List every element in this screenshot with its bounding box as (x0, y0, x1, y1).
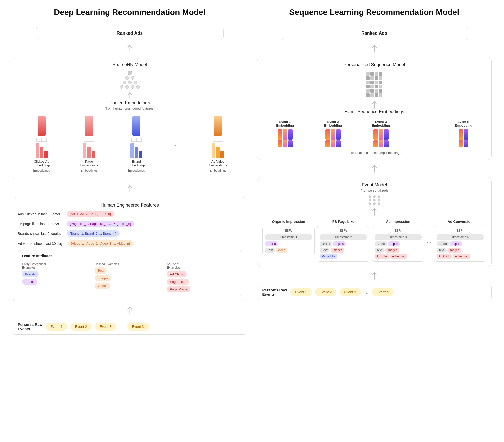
event-col-adimpression: Ad Impression EBF₃ Timestamp 3 Brand Top… (372, 220, 424, 262)
hef-row-ads: Ads Clicked in last 30 days {Ad_1, Ad_2,… (18, 211, 242, 217)
fa-col2-title: Hashed Examples (95, 262, 165, 266)
nn-node (128, 71, 132, 75)
seq-emb-label-n: Event NEmbedding (455, 120, 472, 127)
seq-cell (379, 85, 382, 88)
event-col-organic: Organic Impression EBF₁ Timestamp 1 Topi… (262, 220, 315, 262)
seq-cell (375, 89, 378, 93)
ebf-row-1a: Topics (265, 241, 312, 246)
main-layout: Deep Learning Recommendation Model Ranke… (13, 8, 492, 335)
small-emb-brand (130, 143, 142, 158)
hef-label-page: FB page likes last 30 days (18, 222, 63, 226)
seq-cell (375, 72, 378, 76)
seq-cell (379, 72, 382, 76)
dot (373, 199, 376, 201)
fa-col1-title: Entity/CategoricalExamples (22, 262, 93, 269)
ebf-adimpression: EBF₃ Timestamp 3 Brand Topics Text Image… (372, 226, 424, 262)
ebf-row-2b: Text Images (320, 248, 367, 253)
hef-label-brands: Brands shown last 2 weeks (18, 232, 63, 236)
hef-tag-videos: {Video_1, Video_2, Video_3, ... Video_n} (68, 240, 133, 247)
ebf-ts-3: Timestamp 3 (375, 234, 421, 240)
ebf-row-2c: Page Like (320, 254, 367, 259)
ebf-tag-text-3: Text (375, 248, 384, 253)
ebf-title-4: EBF₄ (437, 229, 483, 232)
right-event-dots: ... (364, 289, 369, 295)
ebf-ts-4: Timestamp n (437, 234, 483, 240)
small-emb-clicked-ad (36, 143, 48, 158)
hef-row-videos: Ad videos shown last 30 days {Video_1, V… (18, 240, 242, 247)
seq-cell (379, 93, 382, 97)
event-model-sub: (non-personalized) (262, 189, 486, 192)
seq-cell (379, 81, 382, 84)
seq-cell (370, 85, 374, 88)
ebf-title-3: EBF₃ (375, 229, 421, 232)
left-event-dots: ... (120, 324, 124, 330)
event-model-box: Event Model (non-personalized) (257, 177, 492, 267)
seq-matrix-area (262, 71, 486, 98)
ebf-tag-text-2: Text (320, 248, 330, 253)
embed-label-clicked-ad: Clicked AdEmbeddings (33, 160, 51, 167)
seq-cell (375, 85, 378, 88)
dot (378, 202, 380, 205)
ebf-title-1: EBF₁ (265, 229, 312, 232)
seq-emb-event3: Event 3Embedding (372, 120, 390, 147)
fa-item-text: Text (95, 267, 107, 274)
left-arrow-2 (13, 184, 247, 193)
right-ranked-ads-box: Ranked Ads (281, 27, 468, 40)
small-emb-video (212, 143, 224, 158)
ebf-title-2: EBF₂ (320, 229, 367, 232)
fa-col2: Hashed Examples Text Images Videos (95, 262, 165, 292)
nn-node (131, 85, 134, 89)
left-ranked-ads-label: Ranked Ads (117, 31, 143, 36)
seq-cell (375, 76, 378, 80)
ebf-row-1b: Text Video (265, 248, 312, 253)
hef-label-ads: Ads Clicked in last 30 days (18, 212, 63, 216)
seq-cell (370, 72, 374, 76)
ebf-tag-pagelike-2: Page Like (320, 254, 337, 259)
seq-emb-label-2: Event 2Embedding (324, 120, 342, 127)
event-model-dots-area (262, 195, 486, 205)
left-ranked-ads-box: Ranked Ads (36, 27, 224, 40)
dot (369, 202, 371, 205)
dots-col-1 (369, 195, 371, 205)
nn-node (128, 81, 132, 84)
ebf-tag-brand-3: Brand (375, 241, 387, 246)
dot (373, 202, 376, 205)
fa-item-videos: Videos (95, 283, 111, 289)
nn-node (120, 85, 123, 89)
right-ranked-ads-label: Ranked Ads (361, 31, 387, 36)
dot (378, 195, 380, 198)
seq-cell (379, 89, 382, 93)
event-col-title-adconversion: Ad Conversion (448, 220, 473, 224)
small-emb-page (83, 143, 95, 158)
ebf-tag-adclick-4: Ad Click (437, 254, 452, 259)
left-event-3: Event 3 (95, 323, 116, 331)
left-event-2: Event 2 (71, 323, 92, 331)
hef-tag-page: {PageLike_1, PageLike_2, ... PageLike_n} (67, 221, 134, 227)
ebf-tag-advertiser-3: Advertiser (390, 254, 407, 259)
right-raw-label: Person's RawEvents (262, 288, 287, 296)
left-raw-events-bar: Person's RawEvents Event 1 Event 2 Event… (13, 319, 247, 335)
seq-arrow (262, 100, 486, 109)
ebf-tag-topics-1: Topics (265, 241, 278, 246)
embed-sub-page: Embeddings (81, 169, 98, 172)
seq-cell (375, 93, 378, 97)
ebf-tag-topics-4: Topics (450, 241, 462, 246)
seq-cell (370, 76, 374, 80)
pooled-sub: (from human engineered features) (105, 107, 155, 110)
dot (378, 199, 380, 201)
seq-matrix (366, 72, 382, 97)
embedding-group-clicked-ad: Clicked AdEmbeddings Embeddings (33, 116, 51, 172)
dot (369, 195, 371, 198)
seq-cell (370, 89, 374, 93)
seq-cell (366, 85, 370, 88)
hef-label-videos: Ad videos shown last 30 days (18, 242, 64, 246)
right-arrow-1 (257, 44, 492, 53)
right-arrow-2 (257, 164, 492, 173)
hef-box: Human Engineered Features Ads Clicked in… (13, 197, 247, 301)
seq-emb-eventn: Event NEmbedding (455, 120, 472, 147)
right-event-1: Event 1 (290, 288, 311, 296)
dot (369, 199, 371, 201)
pooled-area: Pooled Embeddings (from human engineered… (18, 100, 242, 113)
left-event-1: Event 1 (46, 323, 67, 331)
pooled-label: Pooled Embeddings (109, 100, 150, 106)
